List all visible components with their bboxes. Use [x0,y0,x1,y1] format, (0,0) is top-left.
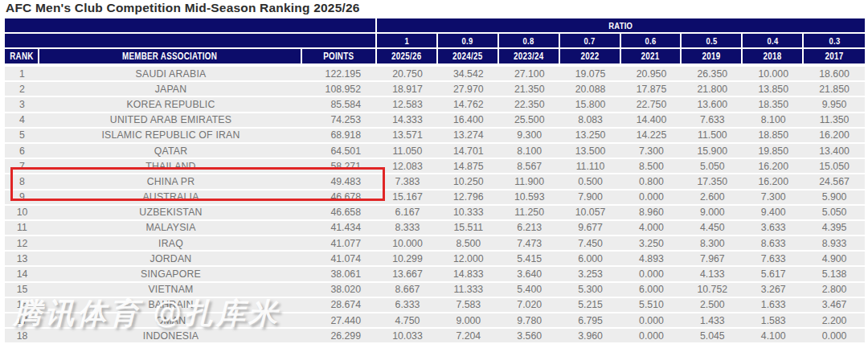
season-value-cell: 5.415 [499,253,560,264]
association-cell: QATAR [39,145,302,157]
rank-cell: 13 [5,253,39,264]
season-value-cell: 20.750 [377,68,438,80]
season-value-cell: 5.900 [804,191,865,203]
table-row: 6QATAR64.50111.05014.7018.10013.5007.300… [5,144,865,158]
season-value-cell: 10.000 [743,68,804,80]
points-cell: 28.674 [302,299,377,310]
season-value-cell: 17.350 [682,176,743,187]
points-cell: 26.299 [302,330,377,342]
season-value-cell: 26.350 [682,68,743,80]
season-value-cell: 12.083 [377,161,438,172]
season-value-cell: 10.000 [377,238,438,249]
points-cell: 41.074 [302,253,377,264]
season-value-cell: 14.225 [621,129,682,141]
season-value-cell: 4.000 [621,222,682,233]
season-value-cell: 3.250 [621,238,682,249]
season-value-cell: 13.274 [438,129,499,141]
season-value-cell: 3.560 [499,330,560,342]
season-value-cell: 9.400 [743,207,804,218]
association-cell: UZBEKISTAN [39,207,302,218]
season-value-cell: 14.762 [438,99,499,110]
table-row: 4UNITED ARAB EMIRATES74.25314.33316.4002… [5,113,865,127]
header-empty-cell [5,34,377,49]
season-value-cell: 8.667 [377,284,438,295]
season-value-cell: 13.571 [377,129,438,141]
season-value-cell: 14.333 [377,114,438,125]
table-row: 3KOREA REPUBLIC85.58412.58314.76222.3501… [5,97,865,111]
season-value-cell: 5.400 [499,284,560,295]
season-value-cell: 5.300 [560,284,621,295]
rank-cell: 4 [5,114,39,125]
season-value-cell: 12.796 [438,191,499,203]
points-cell: 74.253 [302,114,377,125]
season-value-cell: 7.473 [499,238,560,249]
season-value-cell: 4.100 [743,330,804,342]
points-cell: 38.020 [302,284,377,295]
season-value-cell: 21.850 [804,84,865,95]
points-cell: 46.658 [302,207,377,218]
season-value-cell: 6.000 [560,253,621,264]
column-header-row: RANK MEMBER ASSOCIATION POINTS 2025/2620… [5,49,865,65]
season-value-cell: 8.933 [804,238,865,249]
season-value-cell: 15.900 [682,145,743,157]
rank-cell: 12 [5,238,39,249]
season-value-cell: 0.000 [621,315,682,326]
ratio-value-cell: 0.8 [499,34,560,49]
season-value-cell: 20.950 [621,68,682,80]
table-row: 15VIETNAM38.0208.66711.3335.4005.3006.00… [5,283,865,297]
table-row: 12IRAQ41.07710.0008.5007.4737.4503.2508.… [5,236,865,250]
season-value-cell: 1.583 [743,315,804,326]
season-value-cell: 4.395 [804,222,865,233]
season-value-cell: 5.050 [804,207,865,218]
season-value-cell: 8.100 [499,145,560,157]
season-value-cell: 7.020 [499,299,560,310]
table-row: 1SAUDI ARABIA122.19520.75034.54227.10019… [5,67,865,80]
ratio-value-cell: 0.3 [804,34,865,49]
season-value-cell: 2.500 [682,299,743,310]
season-column-header: 2022 [560,49,621,65]
season-value-cell: 13.850 [743,84,804,95]
season-value-cell: 0.000 [621,268,682,280]
season-value-cell: 16.400 [438,114,499,125]
season-value-cell: 22.750 [621,99,682,110]
season-value-cell: 2.200 [804,315,865,326]
season-value-cell: 24.567 [804,176,865,187]
season-value-cell: 10.299 [377,253,438,264]
season-value-cell: 5.045 [682,330,743,342]
season-value-cell: 3.633 [743,222,804,233]
season-value-cell: 11.333 [438,284,499,295]
season-value-cell: 8.333 [377,222,438,233]
rank-cell: 15 [5,284,39,295]
season-value-cell: 0.000 [621,191,682,203]
season-value-cell: 13.500 [560,145,621,157]
rank-cell: 18 [5,330,39,342]
season-value-cell: 10.057 [560,207,621,218]
association-cell: SINGAPORE [39,268,302,280]
ratio-group-label: RATIO [609,21,633,31]
association-cell: MALAYSIA [39,222,302,233]
table-row: 16BAHRAIN28.6746.3337.5837.0205.2155.510… [5,298,865,312]
season-column-header: 2023/24 [499,49,560,65]
season-value-cell: 6.795 [560,315,621,326]
association-column-header: MEMBER ASSOCIATION [39,49,302,65]
season-value-cell: 4.750 [377,315,438,326]
ratio-value-cell: 0.4 [743,34,804,49]
season-value-cell: 14.833 [438,268,499,280]
season-value-cell: 15.167 [377,191,438,203]
table-row: 10UZBEKISTAN46.6586.16710.33311.25010.05… [5,206,865,219]
season-value-cell: 11.050 [377,145,438,157]
season-value-cell: 10.333 [438,207,499,218]
season-value-cell: 3.267 [743,284,804,295]
season-value-cell: 7.450 [560,238,621,249]
season-value-cell: 27.970 [438,84,499,95]
association-cell: IRAQ [39,238,302,249]
season-value-cell: 10.752 [682,284,743,295]
season-value-cell: 18.917 [377,84,438,95]
season-value-cell: 17.875 [621,84,682,95]
rank-cell: 6 [5,145,39,157]
association-cell: VIETNAM [39,284,302,295]
rank-cell: 14 [5,268,39,280]
header-ratio-group-cell: RATIO [377,18,865,34]
points-cell: 68.918 [302,129,377,141]
season-value-cell: 7.204 [438,330,499,342]
